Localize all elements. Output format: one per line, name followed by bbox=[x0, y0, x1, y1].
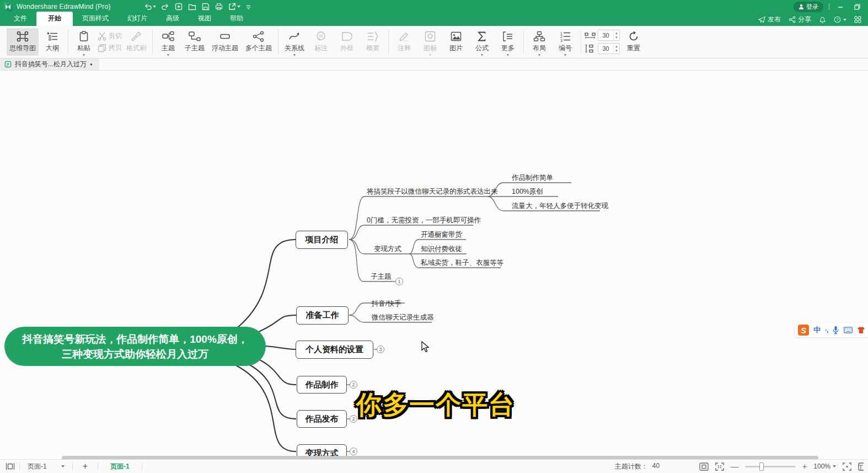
add-page-button[interactable]: + bbox=[77, 461, 93, 471]
more-button[interactable]: 更多 ▼ bbox=[496, 28, 520, 56]
help-button[interactable]: ? bbox=[834, 16, 846, 23]
central-topic-node[interactable]: 抖音搞笑号新玩法，作品制作简单，100%原创，三种变现方式助你轻松月入过万 bbox=[4, 327, 266, 366]
picture-button[interactable]: 图片 bbox=[444, 28, 468, 56]
relationship-line-icon bbox=[288, 31, 301, 42]
zoom-in-button[interactable]: + bbox=[802, 462, 807, 471]
topic-button[interactable]: 主题 ▼ bbox=[156, 28, 180, 56]
pages-panel-icon[interactable] bbox=[6, 463, 15, 470]
note-button[interactable]: 注释 bbox=[392, 28, 416, 56]
collapse-badge[interactable]: 3 bbox=[377, 346, 384, 353]
branch-node-preparation[interactable]: 准备工作 bbox=[296, 306, 349, 325]
branch-node-project-intro[interactable]: 项目介绍 bbox=[296, 231, 348, 249]
redo-button[interactable] bbox=[162, 3, 169, 10]
open-file-button[interactable] bbox=[188, 3, 196, 10]
print-button[interactable] bbox=[215, 3, 223, 10]
ime-logo-icon[interactable]: S bbox=[798, 325, 809, 336]
subtopic-private-sales[interactable]: 私域卖货，鞋子、衣服等等 bbox=[421, 258, 503, 268]
callout-button[interactable]: 标注 bbox=[309, 28, 333, 56]
subtopic-paid-knowledge[interactable]: 知识付费收徒 bbox=[421, 245, 462, 254]
formula-button[interactable]: 公式 ▼ bbox=[470, 28, 494, 56]
menu-advanced[interactable]: 高级 bbox=[157, 12, 189, 26]
subtopic-traffic[interactable]: 流量大，年轻人多便于转化变现 bbox=[512, 201, 608, 211]
format-painter-button[interactable]: 格式刷 bbox=[124, 28, 149, 56]
menu-home[interactable]: 开始 bbox=[36, 12, 73, 26]
subtopic-showcase[interactable]: 开通橱窗带货 bbox=[421, 230, 462, 240]
subtopic-placeholder[interactable]: 子主题 bbox=[371, 272, 392, 281]
page-tab-active[interactable]: 页面-1 bbox=[103, 462, 137, 471]
overview-map-icon[interactable] bbox=[858, 463, 864, 471]
ime-skin-icon[interactable] bbox=[857, 326, 865, 334]
summary-button[interactable]: 概要 bbox=[361, 28, 385, 56]
ime-microphone-icon[interactable] bbox=[832, 326, 839, 334]
vertical-spacing-stepper[interactable]: ▲▼ bbox=[613, 44, 619, 54]
page-select-value: 页面-1 bbox=[28, 462, 47, 471]
subtopic-chat-generator[interactable]: 微信聊天记录生成器 bbox=[372, 313, 434, 322]
zoom-slider[interactable] bbox=[745, 466, 796, 467]
boundary-button[interactable]: 外框 bbox=[335, 28, 359, 56]
vertical-spacing-input[interactable]: 30 ▲▼ bbox=[598, 43, 620, 54]
relationship-line-button[interactable]: 关系线 ▼ bbox=[282, 28, 307, 56]
menu-slideshow[interactable]: 幻灯片 bbox=[118, 12, 157, 26]
mindmap-view-button[interactable]: 思维导图 bbox=[7, 28, 39, 56]
customize-toolbar-button[interactable] bbox=[246, 4, 251, 9]
collapse-badge[interactable]: 2 bbox=[350, 381, 357, 389]
subtopic-original[interactable]: 100%原创 bbox=[512, 187, 543, 196]
ime-toolbar[interactable]: S 中 ·, bbox=[795, 323, 868, 337]
undo-button[interactable] bbox=[144, 3, 156, 10]
login-button[interactable]: 登录 bbox=[794, 2, 823, 12]
branch-node-work-publish[interactable]: 作品发布 bbox=[297, 410, 347, 428]
ime-language-mode[interactable]: 中 bbox=[813, 325, 821, 335]
save-button[interactable] bbox=[202, 3, 210, 10]
export-button[interactable] bbox=[228, 3, 240, 10]
restore-button[interactable] bbox=[851, 2, 862, 11]
collapse-badge[interactable]: 1 bbox=[395, 278, 403, 285]
subtopic-simple-production[interactable]: 作品制作简单 bbox=[512, 173, 553, 183]
subtopic-monetization-method[interactable]: 变现方式 bbox=[374, 245, 401, 254]
export-caret-icon[interactable] bbox=[237, 6, 240, 8]
zoom-level-dropdown[interactable]: 100% bbox=[813, 463, 836, 470]
focus-mode-icon[interactable] bbox=[843, 463, 851, 471]
share-button[interactable]: 分享 bbox=[789, 15, 811, 24]
outline-view-button[interactable]: 大纲 bbox=[40, 28, 65, 56]
mindmap-canvas[interactable]: 抖音搞笑号新玩法，作品制作简单，100%原创，三种变现方式助你轻松月入过万 项目… bbox=[0, 71, 868, 459]
help-caret-icon[interactable] bbox=[843, 19, 846, 21]
numbering-button[interactable]: 123 编号 ▼ bbox=[553, 28, 577, 56]
fullscreen-icon[interactable] bbox=[715, 463, 724, 471]
copy-button[interactable]: 拷贝 bbox=[98, 43, 122, 52]
subtopic-wechat-format[interactable]: 将搞笑段子以微信聊天记录的形式表达出来 bbox=[367, 187, 498, 196]
icon-button[interactable]: 图标 ▼ bbox=[418, 28, 442, 56]
horizontal-spacing-stepper[interactable]: ▲▼ bbox=[613, 31, 619, 40]
unsaved-indicator-icon[interactable]: ● bbox=[90, 62, 93, 67]
menu-help[interactable]: 帮助 bbox=[221, 12, 253, 26]
page-select-dropdown[interactable]: 页面-1 bbox=[24, 461, 68, 472]
floating-topic-button[interactable]: 浮动主题 bbox=[209, 28, 241, 56]
document-tab[interactable]: 抖音搞笑号...松月入过万 ● bbox=[0, 59, 99, 70]
branch-node-work-creation[interactable]: 作品制作 bbox=[297, 376, 347, 394]
layout-button[interactable]: 布局 ▼ bbox=[527, 28, 551, 56]
apps-grid-button[interactable] bbox=[854, 16, 861, 23]
publish-button[interactable]: 发布 bbox=[758, 15, 781, 24]
collapse-badge[interactable]: 4 bbox=[350, 448, 357, 455]
zoom-out-button[interactable]: — bbox=[731, 462, 738, 471]
document-tab-title: 抖音搞笑号...松月入过万 bbox=[15, 60, 87, 69]
undo-caret-icon[interactable] bbox=[153, 6, 156, 8]
reset-button[interactable]: 重置 bbox=[621, 28, 646, 56]
new-file-button[interactable] bbox=[175, 3, 183, 10]
zoom-slider-thumb[interactable] bbox=[759, 463, 764, 471]
subtopic-zero-threshold[interactable]: 0门槛，无需投资，一部手机即可操作 bbox=[367, 216, 481, 225]
ime-keyboard-icon[interactable] bbox=[844, 327, 853, 333]
branch-node-profile-setup[interactable]: 个人资料的设置 bbox=[296, 341, 373, 359]
cut-button[interactable]: 剪切 bbox=[98, 31, 122, 41]
minimize-button[interactable] bbox=[835, 2, 846, 11]
menu-view[interactable]: 视图 bbox=[189, 12, 221, 26]
subtopic-button[interactable]: 子主题 bbox=[182, 28, 207, 56]
notifications-button[interactable] bbox=[819, 16, 826, 24]
menu-page-style[interactable]: 页面样式 bbox=[73, 12, 118, 26]
paste-button[interactable]: 粘贴 ▼ bbox=[72, 28, 96, 56]
menu-file[interactable]: 文件 bbox=[4, 12, 36, 26]
horizontal-spacing-input[interactable]: 30 ▲▼ bbox=[598, 30, 620, 41]
fit-window-icon[interactable] bbox=[699, 463, 709, 471]
ime-punctuation-toggle[interactable]: ·, bbox=[825, 326, 828, 334]
subtopic-douyin-kuaishou[interactable]: 抖音/快手 bbox=[372, 299, 401, 309]
multiple-topics-button[interactable]: 多个主题 bbox=[243, 28, 275, 56]
